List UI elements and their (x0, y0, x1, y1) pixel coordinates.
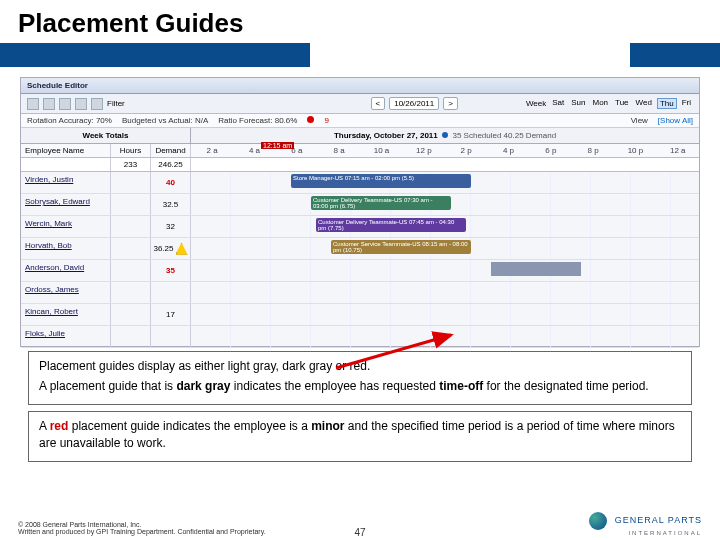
date-main: Thursday, October 27, 2011 35 Scheduled … (191, 128, 699, 143)
employee-name[interactable]: Anderson, David (21, 260, 111, 281)
date-picker[interactable]: 10/26/2011 (389, 97, 439, 110)
employee-demand (151, 282, 191, 303)
toolbar-icon[interactable] (43, 98, 55, 110)
shift-block[interactable]: Store Manager-US 07:15 am - 02:00 pm (5.… (291, 174, 471, 188)
rotation-accuracy: Rotation Accuracy: 70% (27, 116, 112, 125)
employee-row: Kincan, Robert17 (21, 304, 699, 326)
employee-demand: 32.5 (151, 194, 191, 215)
view-label: View (631, 116, 648, 125)
employee-hours (111, 194, 151, 215)
shift-block[interactable]: Customer Service Teammate-US 08:15 am - … (331, 240, 471, 254)
filter-label: Filter (107, 99, 125, 108)
employee-name[interactable]: Ordoss, James (21, 282, 111, 303)
day-sat[interactable]: Sat (550, 98, 566, 109)
employee-demand: 17 (151, 304, 191, 325)
employee-name[interactable]: Kincan, Robert (21, 304, 111, 325)
day-thu[interactable]: Thu (657, 98, 677, 109)
employee-timeline[interactable]: Customer Service Teammate-US 08:15 am - … (191, 238, 699, 259)
employee-timeline[interactable]: Customer Delivery Teammate-US 07:30 am -… (191, 194, 699, 215)
logo-globe-icon (589, 512, 607, 530)
employee-timeline[interactable] (191, 282, 699, 303)
totals-hours: 233 (111, 158, 151, 171)
employee-row: Floks, Julie (21, 326, 699, 348)
dot-icon (442, 132, 448, 138)
page-number: 47 (354, 527, 365, 538)
date-header: Week Totals Thursday, October 27, 2011 3… (21, 128, 699, 144)
explanation-box-1: Placement guides display as either light… (28, 351, 692, 405)
employee-name[interactable]: Wercin, Mark (21, 216, 111, 237)
slide-title: Placement Guides (18, 8, 702, 39)
band-notch (310, 43, 630, 67)
employee-name[interactable]: Virden, Justin (21, 172, 111, 193)
employee-hours (111, 326, 151, 347)
explanation-box-2: A red placement guide indicates the empl… (28, 411, 692, 461)
col-name: Employee Name (21, 144, 111, 157)
blue-band (0, 43, 720, 67)
employee-hours (111, 172, 151, 193)
col-demand: Demand (151, 144, 191, 157)
week-totals-header: Week Totals (21, 128, 191, 143)
employee-timeline[interactable] (191, 304, 699, 325)
employee-hours (111, 282, 151, 303)
week-label: Week (526, 99, 546, 108)
logo: GENERAL PARTS INTERNATIONAL (589, 512, 702, 536)
employee-hours (111, 260, 151, 281)
totals-demand: 246.25 (151, 158, 191, 171)
employee-hours (111, 238, 151, 259)
day-sun[interactable]: Sun (569, 98, 587, 109)
employee-demand: 32 (151, 216, 191, 237)
employee-demand: 35 (151, 260, 191, 281)
date-prev-button[interactable]: < (371, 97, 386, 110)
alert-icon[interactable] (307, 116, 314, 123)
budgeted-actual: Budgeted vs Actual: N/A (122, 116, 208, 125)
employee-timeline[interactable]: Store Manager-US 07:15 am - 02:00 pm (5.… (191, 172, 699, 193)
alert-count: 9 (324, 116, 328, 125)
toolbar-icon[interactable] (27, 98, 39, 110)
column-header: Employee Name Hours Demand 12:15 am 2 a … (21, 144, 699, 158)
status-row: Rotation Accuracy: 70% Budgeted vs Actua… (21, 114, 699, 128)
employee-timeline[interactable] (191, 260, 699, 281)
date-next-button[interactable]: > (443, 97, 458, 110)
placement-guide[interactable] (491, 262, 581, 276)
shift-block[interactable]: Customer Delivery Teammate-US 07:45 am -… (316, 218, 466, 232)
employee-timeline[interactable] (191, 326, 699, 347)
copyright: © 2008 General Parts International, Inc.… (18, 521, 589, 536)
timeline-header: 12:15 am 2 a 4 a 6 a 8 a 10 a 12 p 2 p 4… (191, 144, 699, 157)
day-mon[interactable]: Mon (591, 98, 611, 109)
employee-demand (151, 326, 191, 347)
time-flag: 12:15 am (261, 142, 294, 149)
toolbar-icon[interactable] (75, 98, 87, 110)
schedule-editor-window: Schedule Editor Filter < 10/26/2011 > We… (20, 77, 700, 347)
toolbar-icon[interactable] (59, 98, 71, 110)
show-all-link[interactable]: [Show All] (658, 116, 693, 125)
weekday-selector: Sat Sun Mon Tue Wed Thu Fri (550, 98, 693, 109)
employee-demand: 36.25 (151, 238, 191, 259)
slide-title-bar: Placement Guides (0, 0, 720, 43)
employee-hours (111, 216, 151, 237)
employee-demand: 40 (151, 172, 191, 193)
col-hours: Hours (111, 144, 151, 157)
day-tue[interactable]: Tue (613, 98, 631, 109)
day-wed[interactable]: Wed (634, 98, 654, 109)
employee-rows: Virden, Justin40Store Manager-US 07:15 a… (21, 172, 699, 348)
employee-row: Ordoss, James (21, 282, 699, 304)
employee-hours (111, 304, 151, 325)
employee-row: Wercin, Mark32Customer Delivery Teammate… (21, 216, 699, 238)
shift-block[interactable]: Customer Delivery Teammate-US 07:30 am -… (311, 196, 451, 210)
totals-row: 233 246.25 (21, 158, 699, 172)
employee-name[interactable]: Floks, Julie (21, 326, 111, 347)
employee-row: Anderson, David35 (21, 260, 699, 282)
toolbar: Filter < 10/26/2011 > Week Sat Sun Mon T… (21, 94, 699, 114)
employee-name[interactable]: Horvath, Bob (21, 238, 111, 259)
employee-row: Horvath, Bob36.25Customer Service Teamma… (21, 238, 699, 260)
employee-row: Virden, Justin40Store Manager-US 07:15 a… (21, 172, 699, 194)
filter-icon[interactable] (91, 98, 103, 110)
employee-timeline[interactable]: Customer Delivery Teammate-US 07:45 am -… (191, 216, 699, 237)
ratio-forecast: Ratio Forecast: 80.6% (218, 116, 297, 125)
warning-icon[interactable] (176, 243, 188, 255)
window-title: Schedule Editor (21, 78, 699, 94)
day-fri[interactable]: Fri (680, 98, 693, 109)
employee-name[interactable]: Sobrysak, Edward (21, 194, 111, 215)
employee-row: Sobrysak, Edward32.5Customer Delivery Te… (21, 194, 699, 216)
